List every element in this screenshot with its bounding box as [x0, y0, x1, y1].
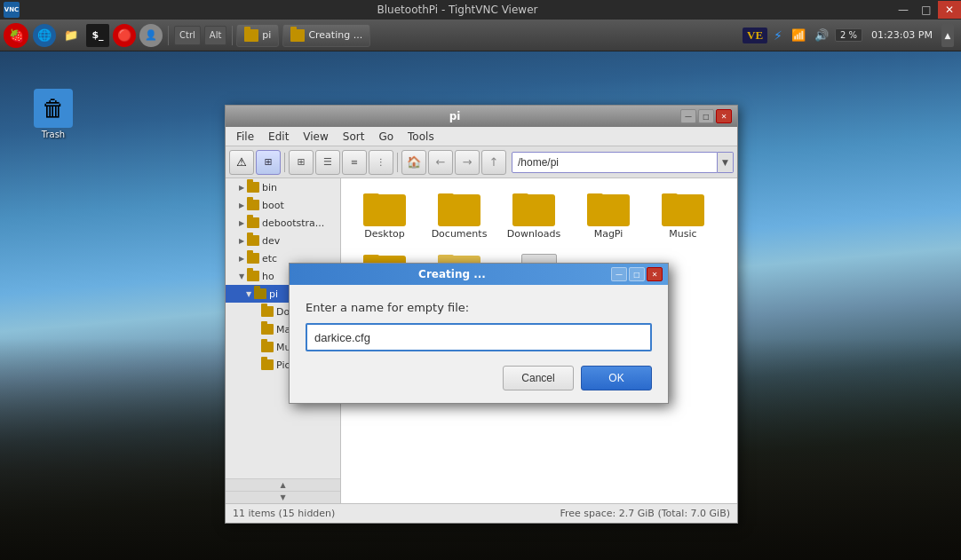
fm-maximize-button[interactable]: □: [698, 109, 714, 123]
sidebar-scroll-up[interactable]: ▲: [226, 478, 340, 491]
file-label-magpi: MagPi: [594, 228, 623, 240]
panel-scroll-up[interactable]: ▲: [941, 24, 954, 47]
close-button[interactable]: ✕: [938, 1, 961, 19]
ok-button[interactable]: OK: [581, 366, 652, 390]
file-item-downloads[interactable]: Downloads: [499, 187, 568, 243]
maximize-button[interactable]: □: [915, 1, 938, 19]
terminal-button[interactable]: $_: [86, 24, 109, 47]
file-item-desktop[interactable]: Desktop: [350, 187, 419, 243]
dialog-buttons: Cancel OK: [306, 366, 652, 390]
fm-icon-view-button[interactable]: ⊞: [289, 150, 314, 175]
ve-badge: VE: [743, 28, 767, 43]
address-dropdown-button[interactable]: ▼: [718, 152, 734, 173]
sidebar-item-bin[interactable]: ▶ bin: [226, 178, 340, 196]
fm-title-text: pi: [231, 110, 679, 122]
filename-input[interactable]: [306, 323, 652, 351]
ctrl-button[interactable]: Ctrl: [174, 26, 201, 45]
battery-indicator: 2 %: [835, 28, 862, 42]
fm-list-view-button[interactable]: ☰: [315, 150, 340, 175]
app-button-red[interactable]: 🔴: [113, 24, 136, 47]
trash-label: Trash: [42, 130, 65, 139]
fm-menu-go[interactable]: Go: [371, 129, 401, 145]
app-title: BluetoothPi - TightVNC Viewer: [23, 4, 892, 16]
fm-menu-edit[interactable]: Edit: [261, 129, 296, 145]
wifi-tray-icon[interactable]: 📶: [789, 27, 808, 43]
fm-minimize-button[interactable]: —: [680, 109, 696, 123]
alt-button[interactable]: Alt: [204, 26, 227, 45]
dialog-minimize-button[interactable]: —: [611, 267, 627, 281]
fm-statusbar: 11 items (15 hidden) Free space: 2.7 GiB…: [226, 503, 737, 523]
fm-details-view-button[interactable]: ⋮: [369, 150, 393, 175]
file-manager-button[interactable]: 📁: [60, 24, 83, 47]
web-browser-button[interactable]: 🌐: [33, 24, 56, 47]
bluetooth-tray-icon[interactable]: ⚡: [771, 27, 785, 44]
fm-home-button[interactable]: 🏠: [401, 150, 426, 175]
fm-menu-file[interactable]: File: [229, 129, 261, 145]
file-item-documents[interactable]: Documents: [425, 187, 494, 243]
dialog-prompt-text: Enter a name for empty file:: [306, 301, 652, 314]
pi-taskbar-label: pi: [262, 29, 271, 41]
fm-titlebar: pi — □ ✕: [226, 106, 737, 127]
app-button-user[interactable]: 👤: [139, 24, 163, 47]
trash-icon[interactable]: 🗑 Trash: [34, 89, 73, 139]
file-item-music[interactable]: Music: [648, 187, 718, 243]
fm-menu-view[interactable]: View: [296, 129, 335, 145]
sidebar-item-boot[interactable]: ▶ boot: [226, 196, 340, 214]
clock-display: 01:23:03 PM: [866, 29, 938, 41]
fm-toolbar: ⚠ ⊞ ⊞ ☰ ≡ ⋮ 🏠 ← → ↑ ▼: [226, 146, 737, 178]
sidebar-item-dev[interactable]: ▶ dev: [226, 232, 340, 249]
vnc-icon: VNC: [4, 2, 20, 18]
fm-menu-sort[interactable]: Sort: [336, 129, 372, 145]
file-label-music: Music: [669, 228, 696, 240]
fm-menu-tools[interactable]: Tools: [401, 129, 441, 145]
file-label-documents: Documents: [432, 228, 488, 240]
fm-view-toggle-button[interactable]: ⊞: [256, 150, 281, 175]
dialog-title-text: Creating ...: [295, 268, 609, 280]
cancel-button[interactable]: Cancel: [503, 366, 574, 390]
fm-compact-view-button[interactable]: ≡: [342, 150, 367, 175]
file-label-downloads: Downloads: [507, 228, 560, 240]
status-freespace: Free space: 2.7 GiB (Total: 7.0 GiB): [560, 508, 730, 519]
creating-dialog: Creating ... — □ ✕ Enter a name for empt…: [289, 263, 669, 404]
taskbar-pi-folder[interactable]: pi: [236, 24, 279, 47]
sidebar-item-debootstrap[interactable]: ▶ debootstra...: [226, 214, 340, 232]
taskbar-creating[interactable]: Creating ...: [282, 24, 370, 47]
dialog-titlebar: Creating ... — □ ✕: [290, 264, 668, 285]
dialog-maximize-button[interactable]: □: [629, 267, 645, 281]
volume-tray-icon[interactable]: 🔊: [812, 27, 831, 43]
fm-close-button[interactable]: ✕: [716, 109, 732, 123]
fm-forward-button[interactable]: →: [455, 150, 480, 175]
fm-up-button[interactable]: ↑: [481, 150, 506, 175]
fm-warning-button[interactable]: ⚠: [229, 150, 254, 175]
raspberry-menu-button[interactable]: 🍓: [4, 23, 28, 48]
fm-menubar: File Edit View Sort Go Tools: [226, 127, 737, 146]
dialog-close-button[interactable]: ✕: [647, 267, 663, 281]
minimize-button[interactable]: —: [892, 1, 915, 19]
file-label-desktop: Desktop: [364, 228, 404, 240]
address-bar-input[interactable]: [512, 152, 718, 173]
file-item-magpi[interactable]: MagPi: [574, 187, 643, 243]
sidebar-scroll-down[interactable]: ▼: [226, 491, 340, 503]
fm-back-button[interactable]: ←: [428, 150, 453, 175]
status-item-count: 11 items (15 hidden): [233, 508, 335, 519]
creating-taskbar-label: Creating ...: [308, 29, 362, 41]
